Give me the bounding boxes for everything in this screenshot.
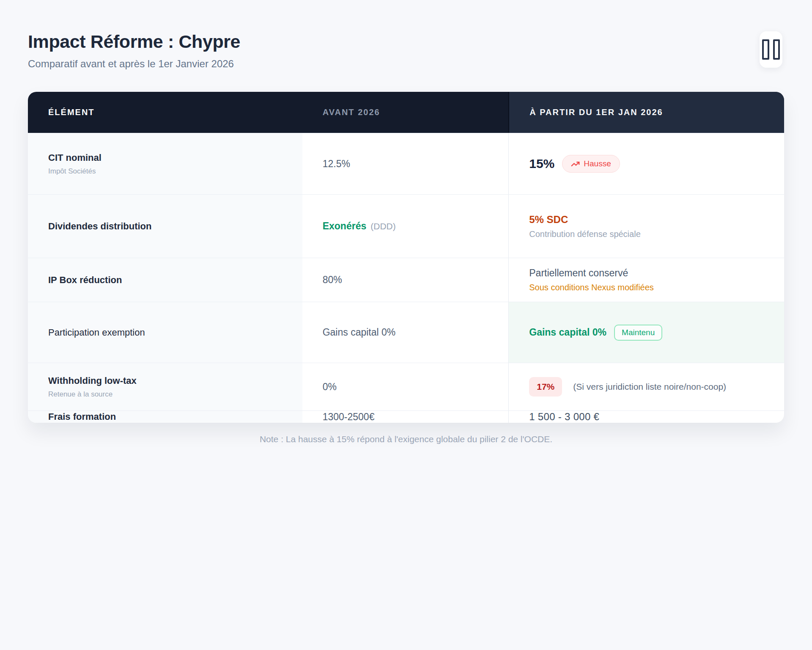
cell-before: 0% [302,363,509,410]
before-value: Exonérés [323,220,367,232]
table-row: CIT nominal Impôt Sociétés 12.5% 15% Hau… [28,133,784,194]
after-condition-text: (Si vers juridiction liste noire/non-coo… [573,382,726,392]
before-value: 0% [323,381,488,393]
page: Impact Réforme : Chypre Comparatif avant… [0,0,812,444]
cell-after: Gains capital 0% Maintenu [508,302,784,363]
comparison-table: ÉLÉMENT AVANT 2026 À PARTIR DU 1ER JAN 2… [28,92,784,423]
columns-view-toggle-button[interactable] [760,31,782,68]
row-label: Withholding low-tax [48,375,282,386]
before-value: Gains capital 0% [323,327,488,338]
cell-element: Dividendes distribution [28,195,302,258]
rate-chip: 17% [529,377,562,397]
after-value: 5% SDC [529,214,764,226]
column-header-before: AVANT 2026 [302,92,509,133]
table-row: Frais formation 1300-2500€ 1 500 - 3 000… [28,410,784,423]
row-label: Participation exemption [48,327,282,338]
maintained-badge: Maintenu [614,325,662,341]
cell-after: 17% (Si vers juridiction liste noire/non… [508,363,784,410]
table-row: Withholding low-tax Retenue à la source … [28,363,784,410]
before-value: 1300-2500€ [323,411,488,423]
column-header-after: À PARTIR DU 1ER JAN 2026 [508,92,784,133]
table-row: IP Box réduction 80% Partiellement conse… [28,258,784,302]
cell-before: Exonérés (DDD) [302,195,509,258]
row-label: Frais formation [48,411,282,422]
cell-element: CIT nominal Impôt Sociétés [28,133,302,194]
cell-before: 80% [302,258,509,302]
cell-after: Partiellement conservé Sous conditions N… [508,258,784,302]
cell-before: 12.5% [302,133,509,194]
row-sublabel: Retenue à la source [48,390,282,399]
cell-before: 1300-2500€ [302,411,509,423]
footnote: Note : La hausse à 15% répond à l'exigen… [28,434,784,444]
before-value-suffix: (DDD) [370,221,395,231]
before-value: 12.5% [323,158,488,170]
after-value: Partiellement conservé [529,267,764,279]
after-condition-text: Sous conditions Nexus modifiées [529,283,764,292]
page-header-text: Impact Réforme : Chypre Comparatif avant… [28,31,240,70]
increase-badge-label: Hausse [584,159,611,168]
cell-after: 5% SDC Contribution défense spéciale [508,195,784,258]
page-subtitle: Comparatif avant et après le 1er Janvier… [28,58,240,70]
increase-badge: Hausse [562,155,620,173]
after-subtext: Contribution défense spéciale [529,229,764,239]
after-value: 15% [529,157,554,171]
table-row: Participation exemption Gains capital 0%… [28,302,784,363]
pause-columns-icon [762,39,769,60]
cell-element: Withholding low-tax Retenue à la source [28,363,302,410]
after-value: 1 500 - 3 000 € [529,411,764,423]
page-title: Impact Réforme : Chypre [28,31,240,52]
row-label: IP Box réduction [48,275,282,286]
trending-up-icon [571,160,580,168]
column-header-element: ÉLÉMENT [28,92,302,133]
after-value: Gains capital 0% [529,327,606,338]
row-label: Dividendes distribution [48,221,282,232]
cell-element: Participation exemption [28,302,302,363]
before-value: 80% [323,274,488,286]
cell-after: 1 500 - 3 000 € [508,411,784,423]
cell-element: Frais formation [28,411,302,423]
pause-columns-icon [773,39,780,60]
cell-after: 15% Hausse [508,133,784,194]
page-header: Impact Réforme : Chypre Comparatif avant… [28,31,784,70]
row-label: CIT nominal [48,152,282,163]
table-header-row: ÉLÉMENT AVANT 2026 À PARTIR DU 1ER JAN 2… [28,92,784,133]
row-sublabel: Impôt Sociétés [48,167,282,176]
cell-element: IP Box réduction [28,258,302,302]
cell-before: Gains capital 0% [302,302,509,363]
table-row: Dividendes distribution Exonérés (DDD) 5… [28,194,784,258]
